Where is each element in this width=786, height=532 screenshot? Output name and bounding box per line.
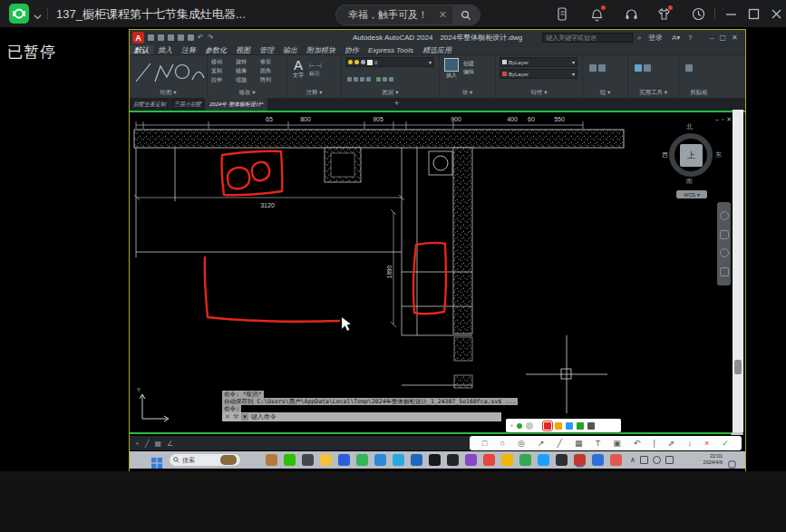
cad-login-label: 登录 bbox=[648, 33, 663, 43]
taskbar-app-icon bbox=[302, 454, 314, 466]
cad-help-icon: ? bbox=[688, 33, 692, 43]
svg-text:60: 60 bbox=[528, 116, 535, 122]
ribbon-tab-row: 默认插入注释参数化视图管理输出附加模块协作Express Tools精选应用 bbox=[130, 45, 745, 55]
modify-tool: 阵列 bbox=[260, 76, 283, 84]
ribbon-tab: 参数化 bbox=[200, 45, 231, 54]
panel-modify: 移动旋转修剪复制镜像圆角拉伸缩放阵列 修改 ▾ bbox=[208, 55, 287, 98]
modify-tool: 移动 bbox=[211, 58, 234, 66]
cad-crosshair bbox=[526, 335, 607, 413]
taskbar-app-icon bbox=[338, 454, 350, 466]
notification-badge bbox=[668, 5, 673, 10]
taskbar-app-icon bbox=[411, 454, 422, 466]
cad-search-icon: ⌕ bbox=[637, 33, 641, 43]
annotation-tool: ○ bbox=[500, 440, 505, 448]
svg-text:905: 905 bbox=[373, 116, 383, 122]
ribbon-tab: 插入 bbox=[153, 45, 177, 54]
modify-tool: 拉伸 bbox=[211, 76, 234, 84]
cad-status-bar: +╱▦∠ bbox=[130, 436, 470, 450]
zoom-icon bbox=[720, 248, 729, 257]
svg-text:550: 550 bbox=[554, 116, 565, 122]
ribbon: 绘图 ▾ 移动旋转修剪复制镜像圆角拉伸缩放阵列 修改 ▾ A 文字 ⊢⊣ 标注 bbox=[130, 55, 745, 98]
svg-text:400: 400 bbox=[507, 116, 518, 122]
pen-color-swatch bbox=[555, 422, 562, 430]
capture-region-bottom-border bbox=[130, 432, 731, 434]
taskbar-app-icon bbox=[320, 454, 332, 466]
svg-text:3120: 3120 bbox=[260, 202, 275, 208]
mouse-cursor bbox=[342, 317, 351, 331]
pen-size-small bbox=[510, 424, 513, 427]
taskbar-app-icon bbox=[501, 454, 513, 466]
taskbar-app-icon bbox=[374, 454, 386, 466]
taskbar-app-icon bbox=[284, 454, 296, 466]
system-tray: ∧ bbox=[630, 453, 674, 467]
steering-wheel-icon bbox=[720, 211, 729, 220]
annotation-tool: ▣ bbox=[613, 440, 621, 448]
video-surface[interactable]: A ↶ ↷ Autodesk AutoCAD 20242024年整体橱柜设计.d… bbox=[130, 30, 745, 471]
undo-icon: ↶ bbox=[198, 34, 204, 42]
vertical-scrollbar bbox=[733, 110, 743, 432]
minimize-button[interactable] bbox=[723, 6, 739, 22]
ribbon-tab: 输出 bbox=[278, 45, 302, 54]
phone-connect-icon[interactable] bbox=[555, 6, 570, 22]
panel-annotate: A 文字 ⊢⊣ 标注 注释 ▾ bbox=[287, 55, 342, 98]
pen-settings-popup bbox=[506, 419, 621, 432]
taskbar-app-icon bbox=[574, 454, 586, 466]
pen-color-swatch bbox=[587, 422, 595, 430]
status-toggle-icon: ╱ bbox=[145, 440, 150, 448]
pen-size-large bbox=[526, 422, 533, 430]
panel-layers: 0▾ 图层 ▾ bbox=[342, 55, 440, 98]
clear-search-icon[interactable]: ✕ bbox=[439, 9, 447, 21]
status-toggle-icon: + bbox=[135, 440, 140, 448]
ribbon-tab: Express Tools bbox=[364, 45, 418, 54]
file-tab: 三层小别墅 bbox=[170, 98, 206, 111]
cad-window-buttons: –▢✕ bbox=[710, 33, 743, 43]
pen-color-swatch bbox=[544, 422, 551, 430]
annotation-tool: × bbox=[704, 440, 709, 448]
annotation-tool: □ bbox=[482, 440, 487, 448]
annotation-tool: ↗ bbox=[538, 440, 545, 448]
annotation-tool: ▦ bbox=[575, 440, 583, 448]
history-clock-icon[interactable] bbox=[691, 6, 706, 22]
maximize-button[interactable] bbox=[746, 6, 762, 22]
notification-center-icon bbox=[728, 456, 736, 472]
status-toggle-icon: ∠ bbox=[167, 440, 173, 448]
plot-icon bbox=[188, 34, 194, 41]
ribbon-tab: 精选应用 bbox=[418, 45, 456, 54]
file-tab: 别墅全案定制 bbox=[130, 98, 170, 111]
modify-tool: 镜像 bbox=[236, 67, 258, 75]
ribbon-tab: 附加模块 bbox=[302, 45, 340, 54]
taskbar-app-icon bbox=[266, 454, 277, 466]
message-bell-icon[interactable] bbox=[589, 6, 605, 22]
command-history: 命令: *取消* 自动保存到 C:\Users\用户\AppData\Local… bbox=[222, 391, 518, 412]
taskbar-app-icon bbox=[592, 454, 604, 466]
taskbar-app-icon bbox=[447, 454, 459, 466]
capture-border-handle bbox=[731, 432, 743, 435]
taskbar-app-icon bbox=[465, 454, 477, 466]
search-text: 幸福，触手可及！ bbox=[348, 8, 439, 22]
modify-tool: 旋转 bbox=[236, 58, 258, 66]
pan-icon bbox=[720, 230, 729, 239]
chevron-down-icon[interactable] bbox=[33, 9, 43, 19]
pen-color-swatch bbox=[598, 422, 606, 430]
taskbar-app-icon bbox=[393, 454, 404, 466]
close-button[interactable] bbox=[769, 6, 784, 22]
svg-text:1890: 1890 bbox=[386, 265, 393, 278]
headset-icon[interactable] bbox=[624, 6, 639, 22]
cad-drawing: 65 800 905 900 400 60 550 bbox=[130, 112, 745, 432]
player-controls: ◀◀ ▶▶ 01:05:12/01:12:50 bbox=[0, 471, 786, 532]
search-icon[interactable] bbox=[452, 5, 480, 24]
file-tab-bar: 别墅全案定制三层小别墅2024年 整体橱柜设计* bbox=[130, 98, 745, 111]
search-input[interactable]: 幸福，触手可及！ ✕ bbox=[335, 5, 480, 25]
skin-shirt-icon[interactable] bbox=[656, 6, 672, 22]
ucs-icon bbox=[140, 394, 169, 421]
search-highlight-image bbox=[220, 455, 237, 465]
app-window: 137_橱柜课程第十七节集成灶电器... 幸福，触手可及！ ✕ bbox=[0, 0, 786, 532]
start-button-icon bbox=[151, 456, 162, 472]
viewcube-top-face: 上 bbox=[680, 144, 703, 167]
app-logo-icon[interactable] bbox=[9, 4, 29, 24]
redo-icon: ↷ bbox=[208, 34, 214, 42]
new-file-icon bbox=[148, 34, 154, 41]
annotation-tool: ╱ bbox=[558, 440, 562, 448]
autocad-logo-icon: A bbox=[132, 32, 144, 44]
save-icon bbox=[168, 34, 174, 41]
